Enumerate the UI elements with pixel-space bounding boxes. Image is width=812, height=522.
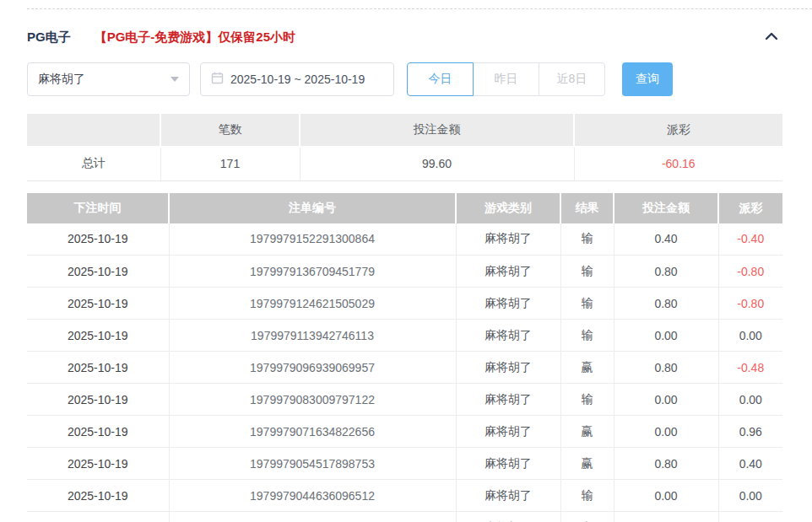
table-row: 2025-10-191979979124621505029麻将胡了输0.80-0… [27, 288, 782, 320]
cell-result: 输 [560, 288, 614, 320]
page-title: PG电子 [27, 30, 71, 46]
cell-bet-no: 1979979136709451779 [169, 256, 456, 288]
cell-payout: 0.96 [718, 416, 782, 448]
cell-bet-no: 1979979113942746113 [169, 320, 456, 352]
retention-notice: 【PG电子-免费游戏】仅保留25小时 [95, 30, 295, 46]
summary-total-label: 总计 [27, 147, 160, 180]
cell-amount: 0.00 [614, 416, 718, 448]
quick-date-button-1[interactable]: 昨日 [473, 62, 539, 96]
cell-amount: 0.00 [614, 320, 718, 352]
filter-bar: 麻将胡了 2025-10-19 ~ 2025-10-19 今日昨日近8日 查询 [27, 62, 782, 96]
cell-date [27, 512, 169, 522]
header-bet-number: 注单编号 [169, 193, 456, 223]
collapse-panel-button[interactable] [761, 30, 782, 46]
dashed-divider [27, 8, 812, 9]
cell-bet-no: 1979979124621505029 [169, 288, 456, 320]
summary-table: 笔数 投注金额 派彩 总计 171 99.60 -60.16 [27, 114, 782, 181]
cell-amount: 0.80 [614, 256, 718, 288]
cell-payout [718, 512, 782, 522]
summary-total-row: 总计 171 99.60 -60.16 [27, 147, 782, 180]
cell-date: 2025-10-19 [27, 448, 169, 480]
summary-header-empty [27, 114, 160, 147]
date-range-value: 2025-10-19 ~ 2025-10-19 [230, 73, 365, 86]
cell-bet-no [169, 512, 456, 522]
cell-result: 输 [560, 480, 614, 512]
cell-payout: -0.80 [718, 288, 782, 320]
cell-date: 2025-10-19 [27, 352, 169, 384]
cell-game: 麻将胡了 [456, 512, 560, 522]
cell-payout: -0.80 [718, 256, 782, 288]
table-row: 2025-10-191979979054517898753麻将胡了赢0.800.… [27, 448, 782, 480]
cell-payout: -0.48 [718, 352, 782, 384]
cell-date: 2025-10-19 [27, 480, 169, 512]
header-game-category: 游戏类别 [456, 193, 560, 223]
cell-bet-no: 1979979054517898753 [169, 448, 456, 480]
summary-header-bet-amount: 投注金额 [300, 114, 574, 147]
cell-date: 2025-10-19 [27, 256, 169, 288]
table-row: 2025-10-191979979096939069957麻将胡了赢0.80-0… [27, 352, 782, 384]
cell-game: 麻将胡了 [456, 384, 560, 416]
table-row: 2025-10-191979979071634822656麻将胡了赢0.000.… [27, 416, 782, 448]
cell-amount: 0.80 [614, 448, 718, 480]
cell-result: 赢 [560, 512, 614, 522]
cell-result: 赢 [560, 352, 614, 384]
quick-date-button-2[interactable]: 近8日 [539, 62, 605, 96]
cell-game: 麻将胡了 [456, 320, 560, 352]
header-bet-time: 下注时间 [27, 193, 169, 223]
cell-payout: 0.00 [718, 480, 782, 512]
cell-payout: 0.40 [718, 448, 782, 480]
header-payout: 派彩 [718, 193, 782, 223]
chevron-up-icon [764, 31, 779, 44]
cell-date: 2025-10-19 [27, 384, 169, 416]
cell-game: 麻将胡了 [456, 448, 560, 480]
cell-payout: -0.40 [718, 223, 782, 256]
cell-result: 输 [560, 320, 614, 352]
cell-result: 输 [560, 384, 614, 416]
cell-result: 输 [560, 223, 614, 256]
cell-game: 麻将胡了 [456, 480, 560, 512]
game-select-value: 麻将胡了 [38, 72, 171, 87]
panel-header: PG电子 【PG电子-免费游戏】仅保留25小时 [27, 30, 782, 46]
cell-date: 2025-10-19 [27, 416, 169, 448]
cell-amount: 0.80 [614, 288, 718, 320]
cell-bet-no: 1979979071634822656 [169, 416, 456, 448]
cell-result: 赢 [560, 448, 614, 480]
cell-result: 输 [560, 256, 614, 288]
summary-header-count: 笔数 [160, 114, 300, 147]
table-row: 2025-10-191979979136709451779麻将胡了输0.80-0… [27, 256, 782, 288]
header-bet-amount: 投注金额 [614, 193, 718, 223]
cell-game: 麻将胡了 [456, 223, 560, 256]
query-button[interactable]: 查询 [622, 62, 673, 96]
cell-amount [614, 512, 718, 522]
summary-header-payout: 派彩 [574, 114, 782, 147]
table-row: 2025-10-191979979083009797122麻将胡了输0.000.… [27, 384, 782, 416]
table-row: 2025-10-191979979113942746113麻将胡了输0.000.… [27, 320, 782, 352]
table-row: 麻将胡了赢 [27, 512, 782, 522]
header-result: 结果 [560, 193, 614, 223]
cell-amount: 0.00 [614, 480, 718, 512]
summary-total-count: 171 [160, 147, 300, 180]
summary-header-row: 笔数 投注金额 派彩 [27, 114, 782, 147]
date-range-picker[interactable]: 2025-10-19 ~ 2025-10-19 [200, 62, 394, 96]
cell-bet-no: 1979979096939069957 [169, 352, 456, 384]
cell-amount: 0.00 [614, 384, 718, 416]
cell-bet-no: 1979979152291300864 [169, 223, 456, 256]
cell-bet-no: 1979979044636096512 [169, 480, 456, 512]
chevron-down-icon [171, 77, 179, 82]
cell-bet-no: 1979979083009797122 [169, 384, 456, 416]
calendar-icon [211, 72, 224, 88]
cell-amount: 0.40 [614, 223, 718, 256]
table-row: 2025-10-191979979044636096512麻将胡了输0.000.… [27, 480, 782, 512]
quick-date-button-group: 今日昨日近8日 [407, 62, 605, 96]
bet-records-table: 下注时间 注单编号 游戏类别 结果 投注金额 派彩 2025-10-191979… [27, 193, 782, 522]
cell-game: 麻将胡了 [456, 416, 560, 448]
quick-date-button-0[interactable]: 今日 [407, 62, 474, 96]
summary-total-bet-amount: 99.60 [300, 147, 574, 180]
game-select[interactable]: 麻将胡了 [27, 62, 190, 96]
cell-payout: 0.00 [718, 384, 782, 416]
cell-game: 麻将胡了 [456, 352, 560, 384]
summary-total-payout: -60.16 [574, 147, 782, 180]
cell-date: 2025-10-19 [27, 223, 169, 256]
cell-payout: 0.00 [718, 320, 782, 352]
cell-result: 赢 [560, 416, 614, 448]
